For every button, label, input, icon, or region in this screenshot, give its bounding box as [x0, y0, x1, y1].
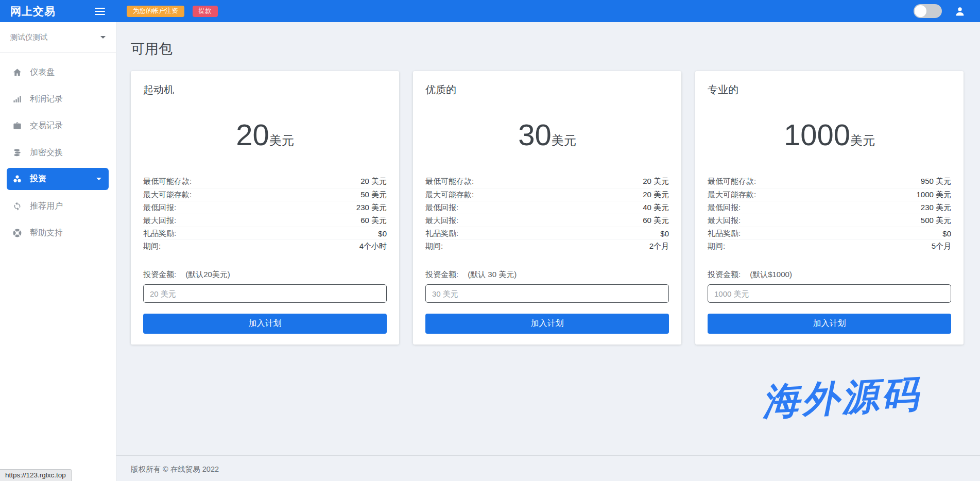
link-preview-tooltip: https://123.rglxc.top: [0, 469, 72, 481]
detail-row: 最低回报:40 美元: [425, 201, 669, 214]
fund-account-button[interactable]: 为您的帐户注资: [127, 6, 184, 17]
sidebar-item-invest[interactable]: 投资: [7, 168, 109, 190]
sidebar-item-trade-records[interactable]: 交易记录: [0, 112, 116, 139]
cubes-icon: [12, 174, 22, 184]
copyright-text: 版权所有 © 在线贸易 2022: [131, 465, 219, 473]
withdraw-button[interactable]: 提款: [193, 6, 218, 17]
plan-price: 30美元: [425, 122, 669, 148]
price-currency: 美元: [850, 133, 875, 148]
plan-details: 最低可能存款:20 美元 最大可能存款:50 美元 最低回报:230 美元 最大…: [143, 175, 387, 252]
sidebar-item-profit-records[interactable]: 利润记录: [0, 85, 116, 112]
plan-details: 最低可能存款:950 美元 最大可能存款:1000 美元 最低回报:230 美元…: [708, 175, 951, 252]
plan-price: 1000美元: [708, 122, 951, 148]
sidebar: 测试仪测试 仪表盘 利润记录 交易记录: [0, 22, 116, 481]
chevron-down-icon: [100, 36, 106, 39]
sidebar-item-label: 推荐用户: [30, 201, 63, 212]
plan-card-starter: 起动机 20美元 最低可能存款:20 美元 最大可能存款:50 美元 最低回报:…: [131, 71, 399, 345]
detail-row: 最大可能存款:50 美元: [143, 188, 387, 201]
sidebar-item-label: 加密交换: [30, 147, 63, 158]
theme-toggle[interactable]: [914, 4, 942, 18]
main-content: 可用包 起动机 20美元 最低可能存款:20 美元 最大可能存款:50 美元 最…: [116, 22, 980, 481]
recycle-icon: [12, 201, 22, 211]
detail-row: 期间:4个小时: [143, 239, 387, 252]
sidebar-item-label: 帮助支持: [30, 228, 63, 238]
price-amount: 20: [236, 122, 269, 148]
footer: 版权所有 © 在线贸易 2022: [116, 455, 980, 474]
detail-row: 礼品奖励:$0: [143, 227, 387, 239]
price-currency: 美元: [552, 133, 576, 148]
detail-row: 最低可能存款:20 美元: [425, 175, 669, 188]
invest-amount-label: 投资金额: (默认20美元): [143, 270, 387, 280]
join-plan-button[interactable]: 加入计划: [425, 314, 669, 334]
app-title: 网上交易: [10, 4, 56, 19]
toggle-knob: [915, 5, 926, 17]
detail-row: 礼品奖励:$0: [708, 227, 951, 239]
page-title: 可用包: [131, 41, 980, 57]
detail-row: 最大可能存款:1000 美元: [708, 188, 951, 201]
topbar: 网上交易 为您的帐户注资 提款: [0, 0, 980, 22]
coins-icon: [12, 148, 22, 158]
plan-price: 20美元: [143, 122, 387, 148]
invest-amount-input[interactable]: [708, 284, 951, 303]
detail-row: 最大回报:500 美元: [708, 214, 951, 227]
sidebar-item-dashboard[interactable]: 仪表盘: [0, 59, 116, 85]
sidebar-item-label: 交易记录: [30, 121, 63, 131]
detail-row: 礼品奖励:$0: [425, 227, 669, 239]
sidebar-item-label: 仪表盘: [30, 67, 55, 78]
chevron-down-icon: [96, 178, 101, 180]
detail-row: 最大回报:60 美元: [143, 214, 387, 227]
bar-chart-icon: [12, 94, 22, 104]
invest-amount-input[interactable]: [143, 284, 387, 303]
sidebar-item-label: 投资: [30, 174, 46, 184]
detail-row: 期间:2个月: [425, 239, 669, 252]
life-ring-icon: [12, 228, 22, 238]
sidebar-item-crypto-exchange[interactable]: 加密交换: [0, 139, 116, 166]
briefcase-icon: [12, 121, 22, 131]
plan-title: 优质的: [425, 83, 669, 96]
plan-card-premium: 优质的 30美元 最低可能存款:20 美元 最大可能存款:20 美元 最低回报:…: [413, 71, 681, 345]
hamburger-icon: [95, 8, 105, 9]
account-selector[interactable]: 测试仪测试: [0, 22, 116, 53]
plan-cards: 起动机 20美元 最低可能存款:20 美元 最大可能存款:50 美元 最低回报:…: [131, 71, 966, 345]
price-amount: 30: [518, 122, 552, 148]
watermark: 海外源码: [761, 369, 922, 427]
price-currency: 美元: [269, 133, 294, 148]
detail-row: 期间:5个月: [708, 239, 951, 252]
detail-row: 最大可能存款:20 美元: [425, 188, 669, 201]
join-plan-button[interactable]: 加入计划: [143, 314, 387, 334]
invest-amount-label: 投资金额: (默认$1000): [708, 270, 951, 280]
sidebar-item-referrals[interactable]: 推荐用户: [0, 193, 116, 219]
sidebar-item-help-support[interactable]: 帮助支持: [0, 219, 116, 246]
join-plan-button[interactable]: 加入计划: [708, 314, 951, 334]
plan-title: 专业的: [708, 83, 951, 96]
user-icon[interactable]: [954, 6, 966, 17]
sidebar-nav: 仪表盘 利润记录 交易记录 加密交换: [0, 53, 116, 246]
menu-toggle-button[interactable]: [94, 5, 106, 18]
hamburger-icon: [95, 11, 105, 12]
price-amount: 1000: [784, 122, 850, 148]
detail-row: 最大回报:60 美元: [425, 214, 669, 227]
plan-details: 最低可能存款:20 美元 最大可能存款:20 美元 最低回报:40 美元 最大回…: [425, 175, 669, 252]
hamburger-icon: [95, 14, 105, 15]
plan-card-professional: 专业的 1000美元 最低可能存款:950 美元 最大可能存款:1000 美元 …: [695, 71, 964, 345]
invest-amount-input[interactable]: [425, 284, 669, 303]
account-name: 测试仪测试: [10, 32, 48, 42]
invest-amount-label: 投资金额: (默认 30 美元): [425, 270, 669, 280]
plan-title: 起动机: [143, 83, 387, 96]
sidebar-item-label: 利润记录: [30, 94, 63, 105]
detail-row: 最低回报:230 美元: [708, 201, 951, 214]
detail-row: 最低可能存款:20 美元: [143, 175, 387, 188]
detail-row: 最低回报:230 美元: [143, 201, 387, 214]
home-icon: [12, 67, 22, 77]
detail-row: 最低可能存款:950 美元: [708, 175, 951, 188]
